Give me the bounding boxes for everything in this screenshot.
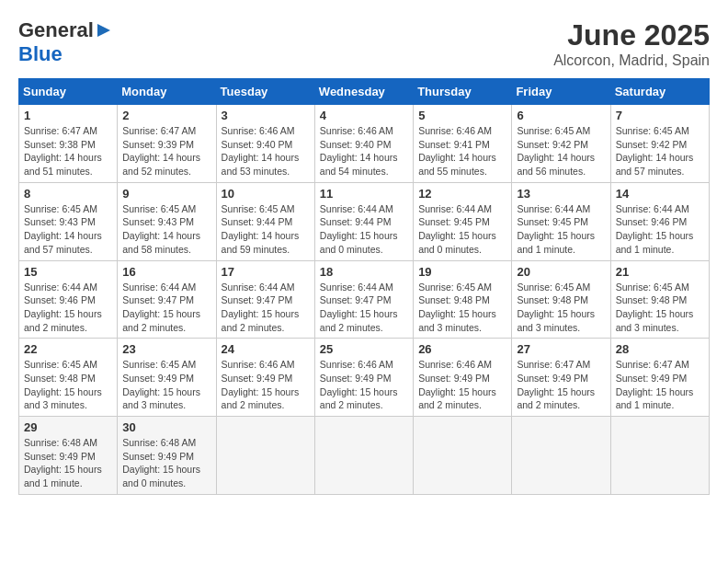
day-number: 30 xyxy=(122,420,210,434)
day-info: Sunrise: 6:44 AM Sunset: 9:47 PM Dayligh… xyxy=(320,281,408,335)
day-number: 26 xyxy=(418,342,506,356)
day-info: Sunrise: 6:45 AM Sunset: 9:43 PM Dayligh… xyxy=(122,202,210,257)
day-info: Sunrise: 6:46 AM Sunset: 9:49 PM Dayligh… xyxy=(418,358,506,412)
day-info: Sunrise: 6:48 AM Sunset: 9:49 PM Dayligh… xyxy=(122,436,210,490)
day-info: Sunrise: 6:44 AM Sunset: 9:45 PM Dayligh… xyxy=(418,202,506,257)
day-number: 18 xyxy=(320,265,408,279)
day-number: 25 xyxy=(320,342,408,356)
day-header-tuesday: Tuesday xyxy=(216,79,314,105)
calendar-week-row: 15Sunrise: 6:44 AM Sunset: 9:46 PM Dayli… xyxy=(19,260,710,339)
calendar-day-20: 20Sunrise: 6:45 AM Sunset: 9:48 PM Dayli… xyxy=(512,260,610,339)
day-number: 12 xyxy=(418,187,506,201)
days-header-row: SundayMondayTuesdayWednesdayThursdayFrid… xyxy=(19,79,710,105)
calendar-day-7: 7Sunrise: 6:45 AM Sunset: 9:42 PM Daylig… xyxy=(610,105,709,183)
day-info: Sunrise: 6:45 AM Sunset: 9:48 PM Dayligh… xyxy=(418,281,506,335)
day-info: Sunrise: 6:45 AM Sunset: 9:44 PM Dayligh… xyxy=(222,202,310,257)
day-number: 17 xyxy=(222,265,310,279)
month-year-title: June 2025 xyxy=(553,18,710,52)
day-info: Sunrise: 6:46 AM Sunset: 9:40 PM Dayligh… xyxy=(320,124,408,178)
day-info: Sunrise: 6:46 AM Sunset: 9:41 PM Dayligh… xyxy=(418,124,506,178)
empty-cell xyxy=(314,417,413,495)
day-info: Sunrise: 6:44 AM Sunset: 9:44 PM Dayligh… xyxy=(320,202,408,257)
day-number: 13 xyxy=(517,187,605,201)
day-number: 7 xyxy=(616,109,704,122)
logo-general-text: General xyxy=(18,18,94,42)
day-info: Sunrise: 6:45 AM Sunset: 9:48 PM Dayligh… xyxy=(24,358,112,412)
title-area: June 2025 Alcorcon, Madrid, Spain xyxy=(553,18,710,69)
calendar-day-14: 14Sunrise: 6:44 AM Sunset: 9:46 PM Dayli… xyxy=(610,182,709,260)
day-info: Sunrise: 6:46 AM Sunset: 9:49 PM Dayligh… xyxy=(320,358,408,412)
day-info: Sunrise: 6:44 AM Sunset: 9:46 PM Dayligh… xyxy=(616,202,704,257)
calendar-day-13: 13Sunrise: 6:44 AM Sunset: 9:45 PM Dayli… xyxy=(512,182,610,260)
day-info: Sunrise: 6:46 AM Sunset: 9:40 PM Dayligh… xyxy=(222,124,310,178)
day-number: 29 xyxy=(24,420,112,434)
day-number: 3 xyxy=(222,109,310,122)
calendar-day-23: 23Sunrise: 6:45 AM Sunset: 9:49 PM Dayli… xyxy=(118,339,216,417)
empty-cell xyxy=(610,417,709,495)
day-info: Sunrise: 6:44 AM Sunset: 9:45 PM Dayligh… xyxy=(517,202,605,257)
empty-cell xyxy=(512,417,610,495)
svg-marker-0 xyxy=(97,24,110,37)
calendar-day-30: 30Sunrise: 6:48 AM Sunset: 9:49 PM Dayli… xyxy=(118,417,216,495)
calendar-day-21: 21Sunrise: 6:45 AM Sunset: 9:48 PM Dayli… xyxy=(610,260,709,339)
calendar-day-9: 9Sunrise: 6:45 AM Sunset: 9:43 PM Daylig… xyxy=(118,182,216,260)
calendar-day-4: 4Sunrise: 6:46 AM Sunset: 9:40 PM Daylig… xyxy=(314,105,413,183)
logo: General Blue xyxy=(18,18,113,66)
calendar-week-row: 1Sunrise: 6:47 AM Sunset: 9:38 PM Daylig… xyxy=(19,105,710,183)
day-info: Sunrise: 6:45 AM Sunset: 9:48 PM Dayligh… xyxy=(616,281,704,335)
day-number: 16 xyxy=(122,265,210,279)
calendar-day-8: 8Sunrise: 6:45 AM Sunset: 9:43 PM Daylig… xyxy=(19,182,118,260)
day-number: 9 xyxy=(122,187,210,201)
calendar-day-29: 29Sunrise: 6:48 AM Sunset: 9:49 PM Dayli… xyxy=(19,417,118,495)
day-number: 1 xyxy=(24,109,112,122)
calendar-week-row: 22Sunrise: 6:45 AM Sunset: 9:48 PM Dayli… xyxy=(19,339,710,417)
day-number: 5 xyxy=(418,109,506,122)
day-header-sunday: Sunday xyxy=(19,79,118,105)
calendar-week-row: 29Sunrise: 6:48 AM Sunset: 9:49 PM Dayli… xyxy=(19,417,710,495)
location-subtitle: Alcorcon, Madrid, Spain xyxy=(553,52,710,69)
calendar-day-22: 22Sunrise: 6:45 AM Sunset: 9:48 PM Dayli… xyxy=(19,339,118,417)
day-info: Sunrise: 6:47 AM Sunset: 9:39 PM Dayligh… xyxy=(122,124,210,178)
day-number: 11 xyxy=(320,187,408,201)
calendar-day-10: 10Sunrise: 6:45 AM Sunset: 9:44 PM Dayli… xyxy=(216,182,314,260)
day-info: Sunrise: 6:46 AM Sunset: 9:49 PM Dayligh… xyxy=(222,358,310,412)
calendar-day-18: 18Sunrise: 6:44 AM Sunset: 9:47 PM Dayli… xyxy=(314,260,413,339)
calendar-day-27: 27Sunrise: 6:47 AM Sunset: 9:49 PM Dayli… xyxy=(512,339,610,417)
calendar-day-2: 2Sunrise: 6:47 AM Sunset: 9:39 PM Daylig… xyxy=(118,105,216,183)
calendar-day-24: 24Sunrise: 6:46 AM Sunset: 9:49 PM Dayli… xyxy=(216,339,314,417)
day-number: 2 xyxy=(122,109,210,122)
day-number: 6 xyxy=(517,109,605,122)
calendar-day-3: 3Sunrise: 6:46 AM Sunset: 9:40 PM Daylig… xyxy=(216,105,314,183)
day-number: 23 xyxy=(122,342,210,356)
calendar-day-15: 15Sunrise: 6:44 AM Sunset: 9:46 PM Dayli… xyxy=(19,260,118,339)
day-number: 15 xyxy=(24,265,112,279)
day-info: Sunrise: 6:44 AM Sunset: 9:46 PM Dayligh… xyxy=(24,281,112,335)
day-number: 27 xyxy=(517,342,605,356)
calendar-day-11: 11Sunrise: 6:44 AM Sunset: 9:44 PM Dayli… xyxy=(314,182,413,260)
day-header-saturday: Saturday xyxy=(610,79,709,105)
calendar-day-25: 25Sunrise: 6:46 AM Sunset: 9:49 PM Dayli… xyxy=(314,339,413,417)
day-header-thursday: Thursday xyxy=(414,79,512,105)
day-number: 19 xyxy=(418,265,506,279)
empty-cell xyxy=(216,417,314,495)
day-number: 4 xyxy=(320,109,408,122)
day-number: 20 xyxy=(517,265,605,279)
calendar-day-1: 1Sunrise: 6:47 AM Sunset: 9:38 PM Daylig… xyxy=(19,105,118,183)
logo-arrow-icon xyxy=(96,22,112,39)
day-info: Sunrise: 6:44 AM Sunset: 9:47 PM Dayligh… xyxy=(222,281,310,335)
day-info: Sunrise: 6:44 AM Sunset: 9:47 PM Dayligh… xyxy=(122,281,210,335)
logo-blue-text: Blue xyxy=(18,42,63,66)
day-number: 8 xyxy=(24,187,112,201)
day-info: Sunrise: 6:45 AM Sunset: 9:42 PM Dayligh… xyxy=(616,124,704,178)
header: General Blue June 2025 Alcorcon, Madrid,… xyxy=(18,18,710,69)
calendar-day-26: 26Sunrise: 6:46 AM Sunset: 9:49 PM Dayli… xyxy=(414,339,512,417)
day-info: Sunrise: 6:45 AM Sunset: 9:48 PM Dayligh… xyxy=(517,281,605,335)
day-info: Sunrise: 6:47 AM Sunset: 9:49 PM Dayligh… xyxy=(616,358,704,412)
day-header-wednesday: Wednesday xyxy=(314,79,413,105)
day-number: 14 xyxy=(616,187,704,201)
day-number: 10 xyxy=(222,187,310,201)
day-number: 24 xyxy=(222,342,310,356)
day-info: Sunrise: 6:45 AM Sunset: 9:49 PM Dayligh… xyxy=(122,358,210,412)
calendar-week-row: 8Sunrise: 6:45 AM Sunset: 9:43 PM Daylig… xyxy=(19,182,710,260)
day-info: Sunrise: 6:47 AM Sunset: 9:38 PM Dayligh… xyxy=(24,124,112,178)
